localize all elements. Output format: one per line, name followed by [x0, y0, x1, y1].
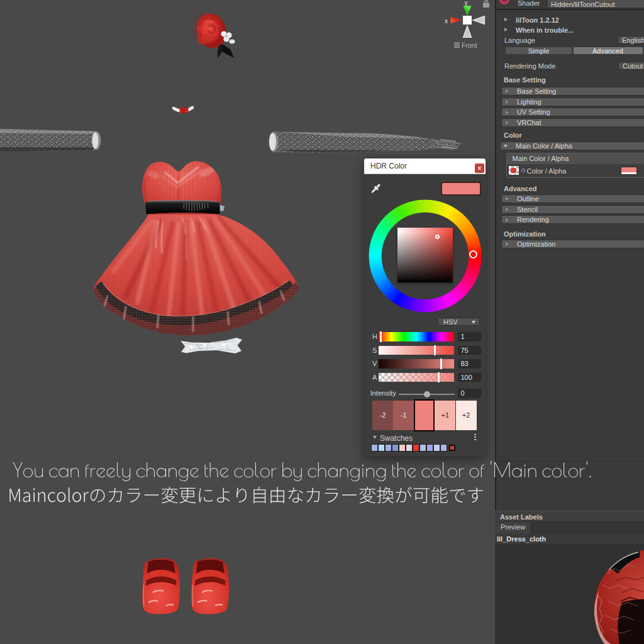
svg-text:Front: Front — [462, 42, 477, 49]
svg-text:y: y — [465, 0, 468, 6]
svg-text:x: x — [445, 18, 448, 25]
